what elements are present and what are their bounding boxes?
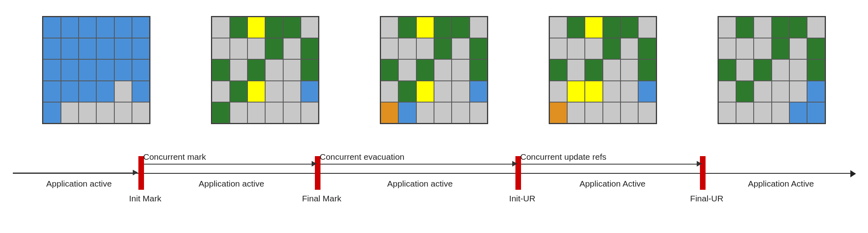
cell-0-21 <box>96 81 114 102</box>
segment-arrow-1 <box>144 164 315 165</box>
cell-2-1 <box>398 17 416 38</box>
cell-2-18 <box>381 81 398 102</box>
cell-2-14 <box>416 59 434 80</box>
cell-0-19 <box>61 81 79 102</box>
segment-bottom-label-2: Application active <box>320 179 520 189</box>
cell-3-25 <box>567 102 585 123</box>
segment-bottom-label-0: Application active <box>15 179 143 189</box>
cell-1-5 <box>301 17 318 38</box>
cell-2-17 <box>470 59 487 80</box>
cell-3-16 <box>621 59 638 80</box>
cell-2-9 <box>434 38 452 59</box>
first-segment-arrow <box>13 173 136 173</box>
cell-4-11 <box>807 38 825 59</box>
cell-2-4 <box>452 17 469 38</box>
segment-bottom-label-4: Application Active <box>705 179 857 189</box>
cell-4-9 <box>772 38 789 59</box>
cell-4-15 <box>772 59 789 80</box>
cell-4-0 <box>718 17 736 38</box>
timeline-arrowhead <box>850 170 856 177</box>
cell-2-3 <box>434 17 452 38</box>
cell-2-5 <box>470 17 487 38</box>
cell-4-19 <box>736 81 754 102</box>
cell-0-25 <box>61 102 79 123</box>
cell-2-2 <box>416 17 434 38</box>
diagram-3 <box>380 16 488 124</box>
cell-4-6 <box>718 38 736 59</box>
cell-2-11 <box>470 38 487 59</box>
segment-arrowhead-3 <box>697 161 702 167</box>
diagram-4 <box>549 16 657 124</box>
cell-1-9 <box>265 38 283 59</box>
cell-3-23 <box>638 81 656 102</box>
cell-3-0 <box>550 17 567 38</box>
cell-3-2 <box>585 17 602 38</box>
timeline-section: Application activeConcurrent markApplica… <box>0 145 868 233</box>
cell-2-26 <box>416 102 434 123</box>
cell-3-22 <box>621 81 638 102</box>
cell-0-12 <box>43 59 61 80</box>
cell-3-28 <box>621 102 638 123</box>
cell-2-23 <box>470 81 487 102</box>
cell-4-24 <box>718 102 736 123</box>
cell-0-7 <box>61 38 79 59</box>
cell-1-20 <box>247 81 265 102</box>
cell-0-20 <box>79 81 96 102</box>
cell-0-2 <box>79 17 96 38</box>
cell-4-18 <box>718 81 736 102</box>
cell-2-25 <box>398 102 416 123</box>
cell-0-22 <box>114 81 132 102</box>
cell-1-1 <box>230 17 247 38</box>
cell-4-20 <box>754 81 771 102</box>
cell-4-8 <box>754 38 771 59</box>
cell-3-9 <box>603 38 621 59</box>
diagram-1 <box>42 16 150 124</box>
cell-0-14 <box>79 59 96 80</box>
cell-1-0 <box>212 17 229 38</box>
cell-4-14 <box>754 59 771 80</box>
cell-4-1 <box>736 17 754 38</box>
cell-0-11 <box>132 38 150 59</box>
cell-2-10 <box>452 38 469 59</box>
cell-3-27 <box>603 102 621 123</box>
cell-1-10 <box>283 38 301 59</box>
cell-4-22 <box>789 81 807 102</box>
cell-1-17 <box>301 59 318 80</box>
cell-3-24 <box>550 102 567 123</box>
cell-0-13 <box>61 59 79 80</box>
cell-3-15 <box>603 59 621 80</box>
cell-3-1 <box>567 17 585 38</box>
cell-3-3 <box>603 17 621 38</box>
cell-4-12 <box>718 59 736 80</box>
cell-2-15 <box>434 59 452 80</box>
first-segment-arrowhead <box>133 170 138 175</box>
cell-0-9 <box>96 38 114 59</box>
cell-0-0 <box>43 17 61 38</box>
segment-top-label-1: Concurrent mark <box>143 152 206 162</box>
cell-2-12 <box>381 59 398 80</box>
cell-2-7 <box>398 38 416 59</box>
cell-4-10 <box>789 38 807 59</box>
cell-0-8 <box>79 38 96 59</box>
cell-1-11 <box>301 38 318 59</box>
marker-label-0: Init Mark <box>117 194 173 203</box>
cell-2-19 <box>398 81 416 102</box>
cell-0-16 <box>114 59 132 80</box>
cell-1-24 <box>212 102 229 123</box>
cell-3-14 <box>585 59 602 80</box>
diagrams-container <box>0 2 868 138</box>
cell-3-17 <box>638 59 656 80</box>
segment-top-label-2: Concurrent evacuation <box>320 152 404 162</box>
cell-4-3 <box>772 17 789 38</box>
cell-3-6 <box>550 38 567 59</box>
cell-0-24 <box>43 102 61 123</box>
cell-4-2 <box>754 17 771 38</box>
cell-1-29 <box>301 102 318 123</box>
cell-4-17 <box>807 59 825 80</box>
cell-3-5 <box>638 17 656 38</box>
cell-4-16 <box>789 59 807 80</box>
cell-1-19 <box>230 81 247 102</box>
main-container: Application activeConcurrent markApplica… <box>0 0 868 233</box>
cell-0-17 <box>132 59 150 80</box>
cell-4-4 <box>789 17 807 38</box>
